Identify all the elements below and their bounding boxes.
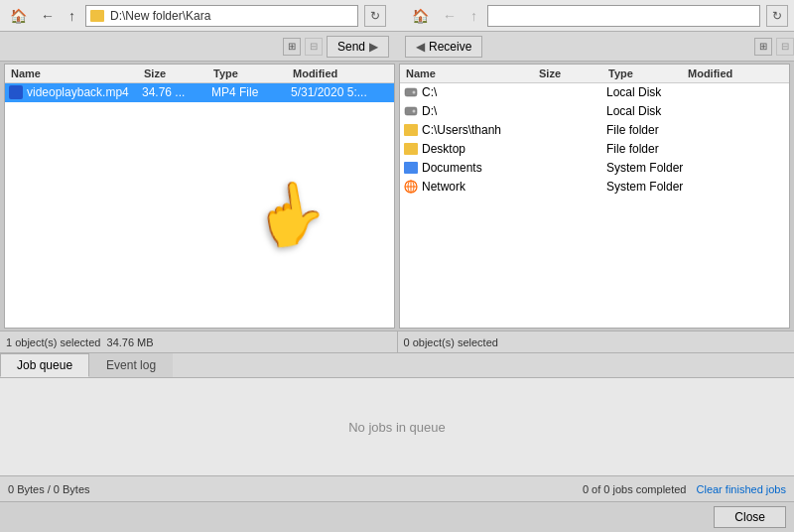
table-row[interactable]: Network System Folder xyxy=(400,178,789,197)
right-panel-header: Name Size Type Modified xyxy=(400,65,789,83)
right-col-name: Name xyxy=(404,66,537,80)
top-toolbar: 🏠 ← ↑ D:\New folder\Kara ↻ 🏠 ← ↑ ↻ xyxy=(0,0,794,32)
no-jobs-message: No jobs in queue xyxy=(348,420,446,435)
refresh-button-right[interactable]: ↻ xyxy=(766,5,788,27)
panel-right-icon2[interactable]: ⊟ xyxy=(776,38,794,56)
home-button-right[interactable]: 🏠 xyxy=(408,6,433,26)
left-col-name: Name xyxy=(9,66,142,80)
panel-left-icon2[interactable]: ⊟ xyxy=(305,38,323,56)
back-button-right[interactable]: ← xyxy=(439,6,461,26)
left-col-type: Type xyxy=(211,66,291,80)
table-row[interactable]: D:\ Local Disk xyxy=(400,102,789,121)
transfer-bar: ⊞ ⊟ Send ▶ ◀ Receive ⊞ ⊟ xyxy=(0,32,794,62)
file-size: 34.76 ... xyxy=(142,85,211,99)
receive-label: Receive xyxy=(429,40,471,54)
left-panel-header: Name Size Type Modified xyxy=(5,65,394,83)
left-size-info: 34.76 MB xyxy=(107,336,154,348)
folder-type: File folder xyxy=(606,142,686,156)
drive-type: Local Disk xyxy=(606,85,686,99)
network-type: System Folder xyxy=(606,180,686,194)
receive-button[interactable]: ◀ Receive xyxy=(405,36,482,58)
table-row[interactable]: C:\ Local Disk xyxy=(400,83,789,102)
file-name: videoplayback.mp4 xyxy=(27,85,129,99)
refresh-button-left[interactable]: ↻ xyxy=(364,5,386,27)
footer-right: 0 of 0 jobs completed Clear finished job… xyxy=(583,483,786,495)
folder-icon-path xyxy=(90,10,104,22)
drive-type: Local Disk xyxy=(606,104,686,118)
right-col-modified: Modified xyxy=(686,66,785,80)
close-button[interactable]: Close xyxy=(714,506,786,528)
panels-wrapper: Name Size Type Modified videoplayback.mp… xyxy=(0,62,794,331)
folder-name: Desktop xyxy=(422,142,465,156)
folder-icon xyxy=(404,124,418,136)
file-type: MP4 File xyxy=(211,85,291,99)
clear-finished-jobs-link[interactable]: Clear finished jobs xyxy=(697,483,787,495)
file-modified: 5/31/2020 5:... xyxy=(291,85,390,99)
path-text-left: D:\New folder\Kara xyxy=(110,9,210,23)
up-button-left[interactable]: ↑ xyxy=(65,6,79,26)
right-panel-status: 0 object(s) selected xyxy=(398,332,795,352)
send-arrow-icon: ▶ xyxy=(369,40,378,54)
table-row[interactable]: C:\Users\thanh File folder xyxy=(400,121,789,140)
jobs-completed-text: 0 of 0 jobs completed xyxy=(583,483,687,495)
hdd-icon xyxy=(404,104,418,118)
svg-point-1 xyxy=(413,91,416,94)
left-selection-info: 1 object(s) selected xyxy=(6,336,100,348)
left-panel-rows: videoplayback.mp4 34.76 ... MP4 File 5/3… xyxy=(5,83,394,328)
panel-status-bar: 1 object(s) selected 34.76 MB 0 object(s… xyxy=(0,331,794,352)
right-file-panel: Name Size Type Modified C:\ xyxy=(399,64,790,329)
back-button-left[interactable]: ← xyxy=(37,6,59,26)
path-input-right[interactable] xyxy=(487,5,760,27)
job-content-area: No jobs in queue xyxy=(0,378,794,475)
right-col-type: Type xyxy=(606,66,686,80)
left-file-panel: Name Size Type Modified videoplayback.mp… xyxy=(4,64,395,329)
panel-left-icon1[interactable]: ⊞ xyxy=(283,38,301,56)
network-icon xyxy=(404,180,418,194)
drive-name: D:\ xyxy=(422,104,437,118)
documents-icon xyxy=(404,162,418,174)
home-button-left[interactable]: 🏠 xyxy=(6,6,31,26)
folder-icon xyxy=(404,143,418,155)
panel-right-icon1[interactable]: ⊞ xyxy=(754,38,772,56)
folder-name: Documents xyxy=(422,161,482,175)
job-tabs: Job queue Event log xyxy=(0,353,794,378)
send-button[interactable]: Send ▶ xyxy=(327,36,389,58)
job-footer: 0 Bytes / 0 Bytes 0 of 0 jobs completed … xyxy=(0,475,794,501)
footer-bytes: 0 Bytes / 0 Bytes xyxy=(8,483,90,495)
folder-type: File folder xyxy=(606,123,686,137)
table-row[interactable]: Documents System Folder xyxy=(400,159,789,178)
folder-type: System Folder xyxy=(606,161,686,175)
tab-job-queue[interactable]: Job queue xyxy=(0,353,89,377)
left-col-size: Size xyxy=(142,66,211,80)
receive-arrow-icon: ◀ xyxy=(416,40,425,54)
table-row[interactable]: videoplayback.mp4 34.76 ... MP4 File 5/3… xyxy=(5,83,394,102)
mp4-icon xyxy=(9,85,23,99)
folder-name: C:\Users\thanh xyxy=(422,123,501,137)
hdd-icon xyxy=(404,85,418,99)
path-input-left[interactable]: D:\New folder\Kara xyxy=(85,5,358,27)
left-col-modified: Modified xyxy=(291,66,390,80)
right-col-size: Size xyxy=(537,66,606,80)
close-area: Close xyxy=(0,501,794,532)
file-panels: Name Size Type Modified videoplayback.mp… xyxy=(0,62,794,331)
svg-point-3 xyxy=(413,110,416,113)
network-name: Network xyxy=(422,180,465,194)
right-selection-info: 0 object(s) selected xyxy=(404,336,498,348)
drive-name: C:\ xyxy=(422,85,437,99)
bottom-area: Job queue Event log No jobs in queue 0 B… xyxy=(0,352,794,501)
up-button-right[interactable]: ↑ xyxy=(466,6,481,26)
left-panel-status: 1 object(s) selected 34.76 MB xyxy=(0,332,398,352)
tab-event-log[interactable]: Event log xyxy=(89,353,173,377)
table-row[interactable]: Desktop File folder xyxy=(400,140,789,159)
right-panel-rows: C:\ Local Disk D:\ xyxy=(400,83,789,328)
send-label: Send xyxy=(337,40,365,54)
